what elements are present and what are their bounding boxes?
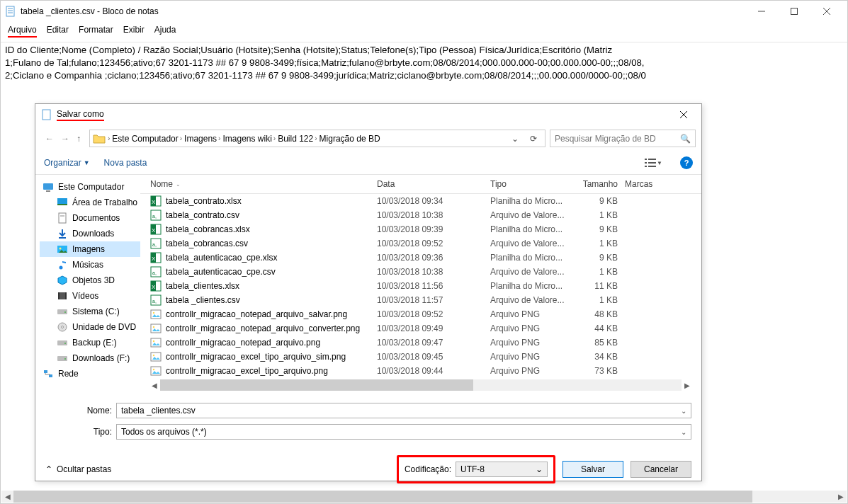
menu-format[interactable]: Formatar [79,25,113,38]
tree-item[interactable]: Rede [40,366,140,382]
folder-icon [93,132,106,145]
search-icon: 🔍 [680,134,691,144]
titlebar: tabela _clientes.csv - Bloco de notas [1,1,847,22]
svg-point-69 [153,369,154,370]
refresh-button[interactable]: ⟳ [525,134,542,144]
hide-folders-button[interactable]: ⌃Ocultar pastas [45,464,111,474]
sort-indicator-icon: ⌄ [176,181,181,188]
encoding-highlight: Codificação: UTF-8⌄ [397,455,555,483]
svg-rect-30 [57,309,67,314]
filetype-select[interactable]: Todos os arquivos (*.*)⌄ [116,424,691,440]
chevron-down-icon[interactable]: ⌄ [536,464,543,474]
address-bar[interactable]: › Este Computador› Imagens› Imagens wiki… [89,130,545,147]
svg-rect-29 [65,292,67,299]
svg-rect-14 [648,162,656,164]
tree-item[interactable]: Objetos 3D [40,273,140,288]
breadcrumb-2[interactable]: Imagens wiki› [222,134,276,144]
nav-up-button[interactable]: ↑ [77,134,81,144]
svg-rect-15 [645,166,647,167]
chevron-down-icon[interactable]: ⌄ [681,407,686,415]
filetype-label: Tipo: [45,427,116,437]
svg-rect-66 [151,353,161,361]
address-dropdown-icon[interactable]: ⌄ [507,134,523,144]
new-folder-button[interactable]: Nova pasta [104,158,147,168]
tree-item[interactable]: Downloads [40,226,140,241]
folder-tree: Este ComputadorÁrea de TrabalhoDocumento… [35,175,140,396]
file-row[interactable]: controllr_migracao_notepad_arquivo_salva… [140,307,701,321]
file-row[interactable]: a,tabela_autenticacao_cpe.csv10/03/2018 … [140,265,701,279]
file-row[interactable]: a,tabela _clientes.csv10/03/2018 11:57Ar… [140,293,701,307]
file-row[interactable]: controllr_migracao_notepad_arquivo_conve… [140,321,701,336]
file-row[interactable]: a,tabela_contrato.csv10/03/2018 10:38Arq… [140,208,701,222]
svg-point-65 [153,340,154,342]
svg-rect-64 [151,338,161,347]
menu-help[interactable]: Ajuda [154,25,176,38]
file-row[interactable]: Xtabela_clientes.xlsx10/03/2018 11:56Pla… [140,279,701,293]
menubar: Arquivo Editar Formatar Exibir Ajuda [1,22,847,42]
tree-item[interactable]: Área de Trabalho [40,195,140,210]
chevron-down-icon[interactable]: ⌄ [681,428,686,436]
close-button[interactable] [810,1,843,22]
file-row[interactable]: controllr_migracao_excel_tipo_arquivo.pn… [140,364,701,378]
nav-back-button[interactable]: ← [45,134,54,144]
svg-rect-8 [43,110,50,120]
view-mode-button[interactable]: ▼ [641,156,666,170]
tree-item[interactable]: Unidade de DVD [40,319,140,335]
file-row[interactable]: controllr_migracao_excel_tipo_arquivo_si… [140,350,701,364]
svg-text:X: X [152,256,156,262]
svg-text:a,: a, [152,214,157,219]
svg-point-25 [60,248,62,250]
tree-item[interactable]: Backup (E:) [40,335,140,350]
maximize-button[interactable] [778,1,810,22]
file-row[interactable]: controllr_migracao_notepad_arquivo.png10… [140,336,701,350]
editor-area[interactable]: ID do Cliente;Nome (Completo) / Razão So… [1,42,847,84]
breadcrumb-3[interactable]: Build 122› [278,134,317,144]
file-row[interactable]: Xtabela_autenticacao_cpe.xlsx10/03/2018 … [140,251,701,265]
file-row[interactable]: Xtabela_contrato.xlsx10/03/2018 09:34Pla… [140,194,701,208]
search-input[interactable]: Pesquisar Migração de BD 🔍 [550,130,696,147]
svg-text:X: X [152,284,156,290]
svg-rect-34 [57,340,67,345]
svg-rect-36 [57,356,67,361]
svg-rect-20 [57,204,67,205]
col-name[interactable]: Nome ⌄ [150,179,377,189]
menu-edit[interactable]: Editar [47,25,69,38]
tree-item[interactable]: Este Computador [40,179,140,195]
tree-item[interactable]: Documentos [40,210,140,226]
save-button[interactable]: Salvar [562,461,623,478]
encoding-select[interactable]: UTF-8⌄ [456,462,548,477]
help-button[interactable]: ? [680,156,693,169]
col-date[interactable]: Data [377,179,490,189]
tree-item[interactable]: Vídeos [40,288,140,304]
tree-item[interactable]: Músicas [40,257,140,273]
col-marks[interactable]: Marcas [625,179,674,189]
dialog-title: Salvar como [57,109,104,121]
file-row[interactable]: Xtabela_cobrancas.xlsx10/03/2018 09:39Pl… [140,222,701,236]
organize-button[interactable]: Organizar ▼ [44,158,90,168]
tree-item[interactable]: Imagens [40,241,140,257]
col-type[interactable]: Tipo [490,179,577,189]
breadcrumb-4[interactable]: Migração de BD [320,134,380,144]
svg-rect-28 [58,292,60,299]
col-size[interactable]: Tamanho [577,179,625,189]
menu-view[interactable]: Exibir [123,25,145,38]
svg-point-67 [153,355,154,356]
cancel-button[interactable]: Cancelar [631,461,691,478]
svg-point-35 [64,343,66,344]
breadcrumb-0[interactable]: Este Computador› [112,134,182,144]
nav-forward-button[interactable]: → [61,134,69,144]
tree-item[interactable]: Downloads (F:) [40,350,140,366]
dialog-close-button[interactable] [672,105,696,124]
minimize-button[interactable] [745,1,778,22]
breadcrumb-1[interactable]: Imagens› [184,134,220,144]
svg-point-61 [153,312,154,314]
tree-item[interactable]: Sistema (C:) [40,304,140,319]
save-as-dialog: Salvar como ← → ↑ › Este Computador› Ima… [35,103,702,481]
svg-text:X: X [152,227,156,234]
menu-file[interactable]: Arquivo [8,25,37,38]
list-horizontal-scrollbar[interactable]: ◀▶ [160,379,682,391]
file-row[interactable]: a,tabela_cobrancas.csv10/03/2018 09:52Ar… [140,236,701,251]
filename-label: Nome: [45,406,116,416]
column-headers: Nome ⌄ Data Tipo Tamanho Marcas [140,175,701,194]
filename-input[interactable]: tabela _clientes.csv⌄ [116,403,691,418]
